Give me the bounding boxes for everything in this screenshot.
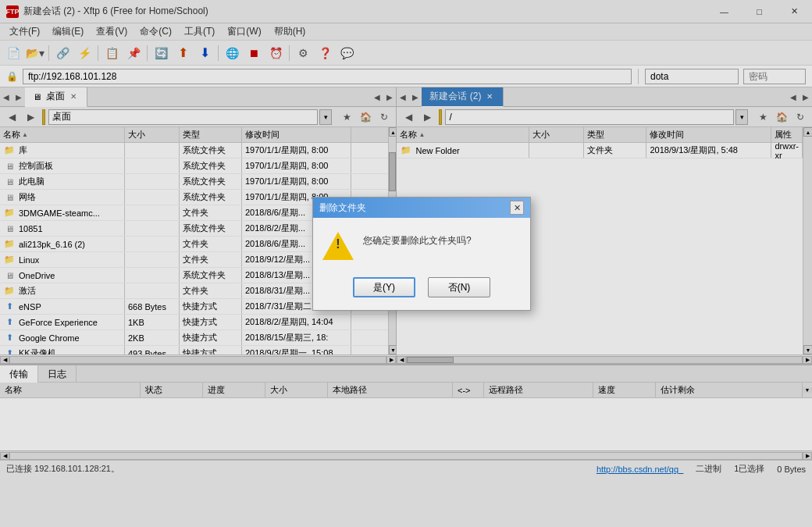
dialog-title-text: 删除文件夹 [319, 201, 366, 215]
dialog-body: ! 您确定要删除此文件夹吗? [313, 218, 530, 271]
dialog-buttons: 是(Y) 否(N) [313, 271, 530, 310]
warning-exclamation: ! [334, 238, 342, 251]
dialog-title-bar: 删除文件夹 ✕ [313, 198, 530, 218]
dialog-message: 您确定要删除此文件夹吗? [363, 230, 472, 247]
dialog-no-button[interactable]: 否(N) [428, 277, 490, 297]
dialog-yes-button[interactable]: 是(Y) [353, 277, 415, 297]
dialog-close-button[interactable]: ✕ [510, 201, 524, 215]
dialog-overlay: 删除文件夹 ✕ ! 您确定要删除此文件夹吗? 是(Y) 否(N) [0, 0, 812, 527]
delete-dialog: 删除文件夹 ✕ ! 您确定要删除此文件夹吗? 是(Y) 否(N) [312, 197, 531, 311]
warning-icon: ! [322, 230, 354, 262]
